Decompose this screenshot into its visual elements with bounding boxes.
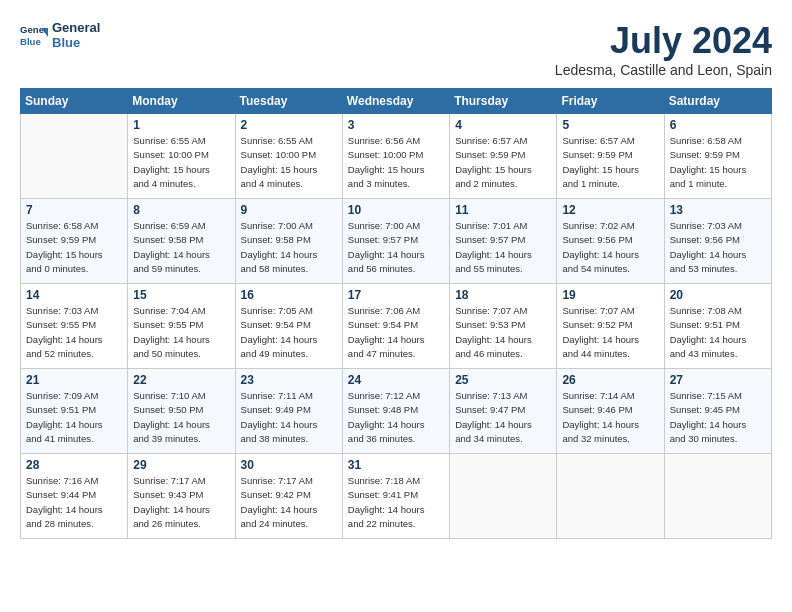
day-number: 25 bbox=[455, 373, 551, 387]
calendar-cell: 1Sunrise: 6:55 AMSunset: 10:00 PMDayligh… bbox=[128, 114, 235, 199]
title-block: July 2024 Ledesma, Castille and Leon, Sp… bbox=[555, 20, 772, 78]
logo-icon: General Blue bbox=[20, 21, 48, 49]
calendar-cell: 21Sunrise: 7:09 AMSunset: 9:51 PMDayligh… bbox=[21, 369, 128, 454]
day-info: Sunrise: 7:05 AMSunset: 9:54 PMDaylight:… bbox=[241, 304, 337, 361]
day-info: Sunrise: 6:57 AMSunset: 9:59 PMDaylight:… bbox=[455, 134, 551, 191]
day-number: 20 bbox=[670, 288, 766, 302]
day-number: 16 bbox=[241, 288, 337, 302]
day-number: 30 bbox=[241, 458, 337, 472]
day-number: 17 bbox=[348, 288, 444, 302]
day-info: Sunrise: 7:00 AMSunset: 9:58 PMDaylight:… bbox=[241, 219, 337, 276]
calendar-cell: 25Sunrise: 7:13 AMSunset: 9:47 PMDayligh… bbox=[450, 369, 557, 454]
weekday-header-wednesday: Wednesday bbox=[342, 89, 449, 114]
day-info: Sunrise: 7:07 AMSunset: 9:53 PMDaylight:… bbox=[455, 304, 551, 361]
calendar-cell: 24Sunrise: 7:12 AMSunset: 9:48 PMDayligh… bbox=[342, 369, 449, 454]
weekday-header-sunday: Sunday bbox=[21, 89, 128, 114]
calendar-cell: 20Sunrise: 7:08 AMSunset: 9:51 PMDayligh… bbox=[664, 284, 771, 369]
calendar-cell: 27Sunrise: 7:15 AMSunset: 9:45 PMDayligh… bbox=[664, 369, 771, 454]
day-info: Sunrise: 6:57 AMSunset: 9:59 PMDaylight:… bbox=[562, 134, 658, 191]
day-info: Sunrise: 7:10 AMSunset: 9:50 PMDaylight:… bbox=[133, 389, 229, 446]
day-info: Sunrise: 7:17 AMSunset: 9:42 PMDaylight:… bbox=[241, 474, 337, 531]
logo: General Blue General Blue bbox=[20, 20, 100, 50]
day-number: 23 bbox=[241, 373, 337, 387]
day-info: Sunrise: 7:03 AMSunset: 9:55 PMDaylight:… bbox=[26, 304, 122, 361]
day-number: 6 bbox=[670, 118, 766, 132]
calendar-cell bbox=[664, 454, 771, 539]
week-row-2: 7Sunrise: 6:58 AMSunset: 9:59 PMDaylight… bbox=[21, 199, 772, 284]
week-row-3: 14Sunrise: 7:03 AMSunset: 9:55 PMDayligh… bbox=[21, 284, 772, 369]
week-row-1: 1Sunrise: 6:55 AMSunset: 10:00 PMDayligh… bbox=[21, 114, 772, 199]
day-number: 10 bbox=[348, 203, 444, 217]
calendar-cell: 3Sunrise: 6:56 AMSunset: 10:00 PMDayligh… bbox=[342, 114, 449, 199]
day-info: Sunrise: 7:02 AMSunset: 9:56 PMDaylight:… bbox=[562, 219, 658, 276]
calendar-cell: 16Sunrise: 7:05 AMSunset: 9:54 PMDayligh… bbox=[235, 284, 342, 369]
day-number: 21 bbox=[26, 373, 122, 387]
weekday-header-monday: Monday bbox=[128, 89, 235, 114]
day-info: Sunrise: 6:56 AMSunset: 10:00 PMDaylight… bbox=[348, 134, 444, 191]
calendar-cell: 13Sunrise: 7:03 AMSunset: 9:56 PMDayligh… bbox=[664, 199, 771, 284]
calendar-cell: 6Sunrise: 6:58 AMSunset: 9:59 PMDaylight… bbox=[664, 114, 771, 199]
day-number: 31 bbox=[348, 458, 444, 472]
day-info: Sunrise: 7:00 AMSunset: 9:57 PMDaylight:… bbox=[348, 219, 444, 276]
day-number: 4 bbox=[455, 118, 551, 132]
location: Ledesma, Castille and Leon, Spain bbox=[555, 62, 772, 78]
month-title: July 2024 bbox=[555, 20, 772, 62]
day-info: Sunrise: 7:04 AMSunset: 9:55 PMDaylight:… bbox=[133, 304, 229, 361]
day-info: Sunrise: 7:18 AMSunset: 9:41 PMDaylight:… bbox=[348, 474, 444, 531]
svg-text:Blue: Blue bbox=[20, 36, 41, 47]
day-info: Sunrise: 7:07 AMSunset: 9:52 PMDaylight:… bbox=[562, 304, 658, 361]
calendar-cell: 18Sunrise: 7:07 AMSunset: 9:53 PMDayligh… bbox=[450, 284, 557, 369]
day-info: Sunrise: 6:59 AMSunset: 9:58 PMDaylight:… bbox=[133, 219, 229, 276]
weekday-header-saturday: Saturday bbox=[664, 89, 771, 114]
day-number: 3 bbox=[348, 118, 444, 132]
day-info: Sunrise: 7:17 AMSunset: 9:43 PMDaylight:… bbox=[133, 474, 229, 531]
day-info: Sunrise: 7:01 AMSunset: 9:57 PMDaylight:… bbox=[455, 219, 551, 276]
day-info: Sunrise: 6:55 AMSunset: 10:00 PMDaylight… bbox=[241, 134, 337, 191]
weekday-header-friday: Friday bbox=[557, 89, 664, 114]
calendar-cell: 30Sunrise: 7:17 AMSunset: 9:42 PMDayligh… bbox=[235, 454, 342, 539]
weekday-header-thursday: Thursday bbox=[450, 89, 557, 114]
day-info: Sunrise: 7:06 AMSunset: 9:54 PMDaylight:… bbox=[348, 304, 444, 361]
calendar-cell bbox=[450, 454, 557, 539]
weekday-header-row: SundayMondayTuesdayWednesdayThursdayFrid… bbox=[21, 89, 772, 114]
day-number: 9 bbox=[241, 203, 337, 217]
calendar-cell: 10Sunrise: 7:00 AMSunset: 9:57 PMDayligh… bbox=[342, 199, 449, 284]
calendar-cell: 5Sunrise: 6:57 AMSunset: 9:59 PMDaylight… bbox=[557, 114, 664, 199]
day-number: 7 bbox=[26, 203, 122, 217]
calendar-cell: 2Sunrise: 6:55 AMSunset: 10:00 PMDayligh… bbox=[235, 114, 342, 199]
calendar-cell: 8Sunrise: 6:59 AMSunset: 9:58 PMDaylight… bbox=[128, 199, 235, 284]
day-info: Sunrise: 7:12 AMSunset: 9:48 PMDaylight:… bbox=[348, 389, 444, 446]
logo-blue: Blue bbox=[52, 35, 100, 50]
calendar-cell bbox=[557, 454, 664, 539]
logo-general: General bbox=[52, 20, 100, 35]
day-number: 18 bbox=[455, 288, 551, 302]
calendar-cell: 4Sunrise: 6:57 AMSunset: 9:59 PMDaylight… bbox=[450, 114, 557, 199]
day-number: 8 bbox=[133, 203, 229, 217]
calendar-cell: 22Sunrise: 7:10 AMSunset: 9:50 PMDayligh… bbox=[128, 369, 235, 454]
week-row-4: 21Sunrise: 7:09 AMSunset: 9:51 PMDayligh… bbox=[21, 369, 772, 454]
day-number: 12 bbox=[562, 203, 658, 217]
day-number: 28 bbox=[26, 458, 122, 472]
day-number: 24 bbox=[348, 373, 444, 387]
day-info: Sunrise: 6:55 AMSunset: 10:00 PMDaylight… bbox=[133, 134, 229, 191]
calendar-cell: 9Sunrise: 7:00 AMSunset: 9:58 PMDaylight… bbox=[235, 199, 342, 284]
day-number: 2 bbox=[241, 118, 337, 132]
day-info: Sunrise: 7:11 AMSunset: 9:49 PMDaylight:… bbox=[241, 389, 337, 446]
day-number: 1 bbox=[133, 118, 229, 132]
day-info: Sunrise: 7:14 AMSunset: 9:46 PMDaylight:… bbox=[562, 389, 658, 446]
calendar-table: SundayMondayTuesdayWednesdayThursdayFrid… bbox=[20, 88, 772, 539]
day-number: 29 bbox=[133, 458, 229, 472]
day-info: Sunrise: 7:08 AMSunset: 9:51 PMDaylight:… bbox=[670, 304, 766, 361]
day-number: 27 bbox=[670, 373, 766, 387]
day-info: Sunrise: 7:15 AMSunset: 9:45 PMDaylight:… bbox=[670, 389, 766, 446]
page-header: General Blue General Blue July 2024 Lede… bbox=[20, 20, 772, 78]
calendar-cell: 17Sunrise: 7:06 AMSunset: 9:54 PMDayligh… bbox=[342, 284, 449, 369]
day-info: Sunrise: 7:16 AMSunset: 9:44 PMDaylight:… bbox=[26, 474, 122, 531]
calendar-cell: 14Sunrise: 7:03 AMSunset: 9:55 PMDayligh… bbox=[21, 284, 128, 369]
calendar-cell: 23Sunrise: 7:11 AMSunset: 9:49 PMDayligh… bbox=[235, 369, 342, 454]
day-number: 11 bbox=[455, 203, 551, 217]
day-info: Sunrise: 7:09 AMSunset: 9:51 PMDaylight:… bbox=[26, 389, 122, 446]
calendar-cell: 15Sunrise: 7:04 AMSunset: 9:55 PMDayligh… bbox=[128, 284, 235, 369]
day-number: 5 bbox=[562, 118, 658, 132]
day-info: Sunrise: 7:03 AMSunset: 9:56 PMDaylight:… bbox=[670, 219, 766, 276]
